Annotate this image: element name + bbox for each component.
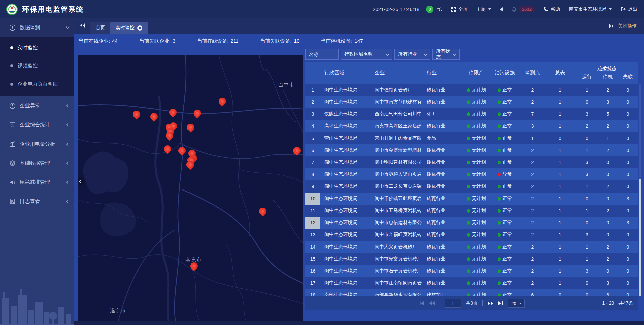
sidebar-item-power-load-detail[interactable]: 企业电力负荷明细 xyxy=(0,75,74,93)
sidebar-group-power-analysis[interactable]: 企业用电量分析 xyxy=(0,134,74,154)
map-pin-icon[interactable] xyxy=(192,108,202,118)
cell-industry: 砖瓦行业 xyxy=(423,96,463,108)
cell-points: 2 xyxy=(520,180,545,193)
cell-region: 南部生态环境局 xyxy=(320,289,371,296)
map-pin-icon[interactable] xyxy=(168,107,178,117)
cell-stopped: 0 xyxy=(599,193,617,205)
org-menu[interactable]: 南充市生态环境局 xyxy=(569,6,612,12)
cell-company: 营山县润丰肉食品有限 xyxy=(371,132,423,144)
chevron-left-icon xyxy=(66,123,70,127)
log-document-icon xyxy=(9,198,16,205)
logout-button[interactable]: 退出 xyxy=(621,6,637,12)
map-pin-icon[interactable] xyxy=(162,144,173,154)
fullscreen-button[interactable]: 全屏 xyxy=(451,6,468,12)
first-page-button[interactable] xyxy=(419,301,424,306)
sidebar-item-video-monitor[interactable]: 视频监控 xyxy=(0,57,74,75)
table-row[interactable]: 8 阆中生态环境局 阆中市枣碧大梁山页岩 砖瓦行业 无计划 异常 2 1 3 0… xyxy=(305,168,638,180)
sidebar-group-log-view[interactable]: 日志查看 xyxy=(0,192,74,211)
table-row[interactable]: 5 营山生态环境局 营山县润丰肉食品有限 食品 无计划 正常 1 0 0 1 0 xyxy=(305,132,638,144)
page-number-input[interactable] xyxy=(445,299,461,308)
row-number: 3 xyxy=(305,108,320,120)
table-row[interactable]: 14 阆中生态环境局 阆中大兴页岩机砖厂 砖瓦行业 无计划 正常 2 1 1 2… xyxy=(305,241,638,253)
name-search-input[interactable] xyxy=(305,49,339,60)
close-operations-button[interactable]: 关闭操作 xyxy=(618,23,637,29)
table-row[interactable]: 13 阆中生态环境局 阆中市金福旺页岩机砖 砖瓦行业 无计划 正常 2 1 3 … xyxy=(305,229,638,241)
chevron-down-icon xyxy=(66,25,69,29)
bar-chart-icon xyxy=(9,141,16,147)
tab-home[interactable]: 首页 xyxy=(90,22,110,34)
cell-index: 13 xyxy=(305,229,320,241)
sidebar-group-base-data[interactable]: 基础数据管理 xyxy=(0,154,74,173)
scrollbar-thumb[interactable] xyxy=(639,179,641,296)
cell-running: 1 xyxy=(575,84,599,96)
map-pin-icon[interactable] xyxy=(177,145,187,156)
stat-value: 44 xyxy=(112,38,118,44)
table-row[interactable]: 4 高坪生态环境局 南充市高坪区王家店建 砖瓦行业 无计划 正常 3 1 2 2… xyxy=(305,120,638,132)
map-pin-icon[interactable] xyxy=(131,109,142,119)
table-row[interactable]: 3 仪陇生态环境局 西南油气田分公司川中 化工 无计划 正常 7 1 3 5 0 xyxy=(305,108,638,120)
facility-status-label: 正常 xyxy=(503,256,512,262)
marquee-toggle-button[interactable] xyxy=(500,7,503,11)
table-row[interactable]: 6 阆中生态环境局 阆中市金博瑞新型墙材 砖瓦行业 无计划 正常 2 1 1 2… xyxy=(305,144,638,156)
tab-realtime-monitor[interactable]: 实时监控 × xyxy=(110,22,148,34)
sidebar-group-data-monitor[interactable]: 数据监测 xyxy=(0,18,74,37)
notifications-button[interactable]: 2632 xyxy=(512,6,535,12)
map-pin-icon[interactable] xyxy=(149,111,159,122)
table-row[interactable]: 9 阆中生态环境局 阆中市二龙长宝页岩砖 砖瓦行业 无计划 正常 2 1 1 2… xyxy=(305,180,638,193)
map-pin-icon[interactable] xyxy=(257,206,268,216)
tabs-scroll-left-button[interactable] xyxy=(79,23,86,30)
cell-running: 3 xyxy=(575,265,599,277)
last-page-button[interactable] xyxy=(498,301,503,306)
tab-close-icon[interactable]: × xyxy=(137,25,142,31)
table-row[interactable]: 10 阆中生态环境局 阆中千佛镇五郎垭页岩 砖瓦行业 无计划 正常 2 1 0 … xyxy=(305,193,638,205)
chevron-down-icon xyxy=(519,303,522,304)
col-group-title: 点位状态 xyxy=(575,66,638,74)
cell-index: 16 xyxy=(305,265,320,277)
table-scrollbar[interactable] xyxy=(639,84,641,296)
cell-stopped: 5 xyxy=(599,108,617,120)
table-row[interactable]: 7 阆中生态环境局 阆中明阳建材有限公司 砖瓦行业 无计划 正常 2 1 3 0… xyxy=(305,156,638,168)
table-row[interactable]: 12 阆中生态环境局 阆中市忠信建材有限公 砖瓦行业 无计划 正常 2 1 0 … xyxy=(305,217,638,229)
table-row[interactable]: 15 阆中生态环境局 阆中市光富页岩机砖厂 砖瓦行业 无计划 正常 2 1 1 … xyxy=(305,253,638,265)
table-row[interactable]: 16 阆中生态环境局 阆中市石子页岩机砖厂 砖瓦行业 无计划 正常 2 1 3 … xyxy=(305,265,638,277)
industry-select[interactable]: 所有行业 xyxy=(394,49,430,60)
cell-company: 阆中市二龙长宝页岩砖 xyxy=(371,180,423,193)
page-size-select[interactable]: 20 xyxy=(508,299,524,308)
table-row[interactable]: 11 阆中生态环境局 阆中市五马桥页岩机砖 砖瓦行业 无计划 正常 2 1 1 … xyxy=(305,205,638,217)
enterprise-table-panel: 行政区域名称 所有行业 所有状态 行政区域 企业 行业 停限产 治污设施 xyxy=(305,49,638,310)
map-pin-icon[interactable] xyxy=(189,261,199,271)
map-pin-icon[interactable] xyxy=(291,145,302,156)
map-pin-icon[interactable] xyxy=(185,122,196,132)
megaphone-icon xyxy=(9,179,16,185)
map-pin-icon[interactable] xyxy=(217,96,227,106)
prev-page-button[interactable] xyxy=(429,301,435,306)
cell-limit-status: 无计划 xyxy=(463,84,490,96)
datetime: 2021-02-25 17:46:18 xyxy=(373,6,419,12)
facility-status-label: 正常 xyxy=(503,159,512,165)
region-select[interactable]: 行政区域名称 xyxy=(341,49,392,60)
sidebar-group-enterprise-abnormal[interactable]: 企业异常 xyxy=(0,96,74,115)
next-page-button[interactable] xyxy=(487,301,493,306)
sidebar-group-enterprise-statistics[interactable]: 企业综合统计 xyxy=(0,115,74,134)
map[interactable]: 巴中市 南充市 遂宁市 xyxy=(78,55,303,321)
table-row[interactable]: 18 南部生态环境局 南部县新华水泥有限公 建材加工 无计划 正常 6 0 0 … xyxy=(305,289,638,296)
table-row[interactable]: 17 阆中生态环境局 阆中市江南镇阆南页岩 砖瓦行业 无计划 正常 2 1 0 … xyxy=(305,277,638,289)
theme-menu[interactable]: 主题 xyxy=(476,6,491,12)
bullet-icon xyxy=(10,64,13,67)
double-chevron-right-icon[interactable] xyxy=(608,23,614,29)
cell-facility-status: 正常 xyxy=(490,132,520,144)
sidebar-item-realtime-monitor[interactable]: 实时监控 xyxy=(0,39,74,57)
stat-label: 当前失联设备: xyxy=(260,38,291,44)
row-number: 9 xyxy=(305,180,320,193)
cell-meters: 1 xyxy=(545,168,575,180)
status-select[interactable]: 所有状态 xyxy=(432,49,460,60)
status-dot-icon xyxy=(467,100,470,104)
cell-points: 2 xyxy=(520,241,545,253)
stat-value: 211 xyxy=(231,38,239,44)
table-row[interactable]: 2 阆中生态环境局 阆中市南方节能建材有 砖瓦行业 无计划 正常 2 1 0 3… xyxy=(305,96,638,108)
table-row[interactable]: 1 阆中生态环境局 阆中强锐页岩砖厂 砖瓦行业 无计划 正常 2 1 1 2 0 xyxy=(305,84,638,96)
sidebar-group-emergency-reduction[interactable]: 应急减排管理 xyxy=(0,173,74,192)
cell-industry: 砖瓦行业 xyxy=(423,265,463,277)
help-button[interactable]: 帮助 xyxy=(544,6,560,12)
sidebar-group-label: 企业综合统计 xyxy=(20,122,63,128)
